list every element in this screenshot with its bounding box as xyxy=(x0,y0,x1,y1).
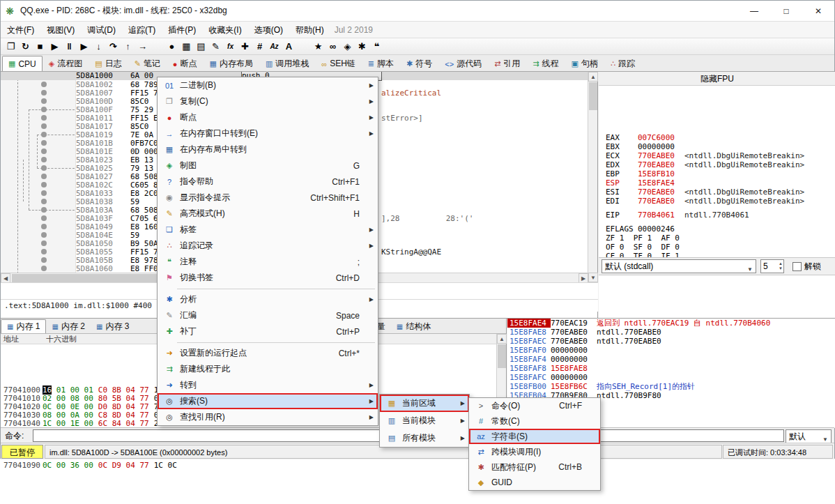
breakpoint-dot[interactable] xyxy=(41,257,47,263)
submenu-item[interactable]: >命令(O)Ctrl+F xyxy=(469,398,600,413)
view-tab[interactable]: ▦内存布局 xyxy=(204,56,259,71)
calling-convention-combo[interactable]: 默认 (stdcall)▼ xyxy=(602,259,756,273)
register-row[interactable]: EFLAGS00000246 xyxy=(606,224,835,234)
stack-row[interactable]: 15E8FB0015E8FB6C指向SEH_Record[1]的指针 xyxy=(507,382,835,391)
stack-row[interactable]: 15E8FAF815E8FAE8 xyxy=(507,364,835,373)
dump-tab[interactable]: ▦结构体 xyxy=(391,319,436,333)
submenu-item[interactable]: ⇄跨模块调用(I) xyxy=(469,444,600,459)
breakpoint-dot[interactable] xyxy=(41,199,47,204)
breakpoint-dot[interactable] xyxy=(41,240,47,246)
view-tab[interactable]: ⇉线程 xyxy=(526,56,565,71)
breakpoint-dot[interactable] xyxy=(41,215,47,221)
submenu-item[interactable]: ▤所有模块▶ xyxy=(380,429,469,447)
context-menu-item[interactable]: ❐复制(C)▶ xyxy=(158,93,378,109)
breakpoint-dot[interactable] xyxy=(41,148,47,154)
submenu-item[interactable]: az字符串(S) xyxy=(469,429,600,444)
register-row[interactable]: ECX770EABE0<ntdll.DbgUiRemoteBreakin> xyxy=(606,151,835,160)
register-row[interactable]: ESP15E8FAE4 xyxy=(606,178,835,188)
breakpoint-dot[interactable] xyxy=(41,224,47,229)
register-row[interactable] xyxy=(606,220,835,224)
view-tab[interactable]: ✎笔记 xyxy=(128,56,167,71)
dump-tab[interactable]: ▦内存 2 xyxy=(46,319,90,333)
register-row[interactable]: OF 0 SF 0 DF 0 xyxy=(606,243,835,252)
view-tab[interactable]: <>源代码 xyxy=(438,56,488,71)
breakpoint-dot[interactable] xyxy=(41,123,47,129)
context-menu-item[interactable]: ✚补丁Ctrl+P xyxy=(158,323,378,339)
breakpoint-dot[interactable] xyxy=(41,207,47,213)
context-menu-item[interactable]: ●断点▶ xyxy=(158,109,378,125)
stack-row[interactable]: 15E8FAE8770EABE0ntdll.770EABE0 xyxy=(507,328,835,337)
scroll-right-icon[interactable]: ▶ xyxy=(579,273,588,283)
scroll-down-icon[interactable]: ▼ xyxy=(588,273,598,282)
menubar-item[interactable]: 视图(V) xyxy=(40,22,81,38)
stack-row[interactable]: 15E8FAEC770EABE0ntdll.770EABE0 xyxy=(507,337,835,346)
view-tab[interactable]: ⇄引用 xyxy=(488,56,526,71)
context-menu-item[interactable] xyxy=(158,339,378,345)
menubar-item[interactable]: 追踪(T) xyxy=(122,22,162,38)
breakpoint-dot[interactable] xyxy=(41,157,47,162)
breakpoint-dot[interactable] xyxy=(41,115,47,121)
context-menu-item[interactable]: ✱分析▶ xyxy=(158,291,378,307)
hide-fpu-button[interactable]: 隐藏FPU xyxy=(599,72,835,86)
register-row[interactable]: EAX007C6000 xyxy=(606,133,835,142)
scrollbar-thumb[interactable] xyxy=(498,344,506,368)
context-menu-item[interactable]: ◎查找引用(R)▶ xyxy=(158,409,378,425)
breakpoint-dot[interactable] xyxy=(41,98,47,104)
view-tab[interactable]: ●断点 xyxy=(167,56,204,71)
dump-row[interactable]: 770410900C 00 36 000C D9 04 771C 0C xyxy=(1,461,506,470)
argument-count-spinner[interactable]: 5▲▼ xyxy=(760,259,784,273)
menubar-item[interactable]: 插件(P) xyxy=(162,22,202,38)
menubar-item[interactable]: 文件(F) xyxy=(1,22,40,38)
scrollbar-thumb[interactable] xyxy=(589,82,597,110)
context-menu-item[interactable]: →在内存窗口中转到(E)▶ xyxy=(158,125,378,142)
view-tab[interactable]: ▦CPU xyxy=(2,56,43,71)
context-menu-item[interactable]: ?指令帮助Ctrl+F1 xyxy=(158,174,378,190)
context-menu-item[interactable]: ➜设置新的运行起点Ctrl+* xyxy=(158,345,378,361)
register-row[interactable]: ZF 1 PF 1 AF 0 xyxy=(606,234,835,243)
context-menu-item[interactable]: ▦在内存布局中转到 xyxy=(158,142,378,158)
breakpoint-dot[interactable] xyxy=(41,182,47,188)
breakpoint-dot[interactable] xyxy=(41,140,47,146)
breakpoint-dot[interactable] xyxy=(41,82,47,87)
breakpoint-dot[interactable] xyxy=(41,249,47,254)
menubar-item[interactable]: 调试(D) xyxy=(81,22,122,38)
context-menu-item[interactable]: ∴追踪记录▶ xyxy=(158,238,378,254)
context-menu-item[interactable]: ❝注释; xyxy=(158,254,378,270)
stack-row[interactable]: 15E8FAE4770EAC19返回到 ntdll.770EAC19 自 ntd… xyxy=(507,319,835,328)
spin-down-icon[interactable]: ▼ xyxy=(779,266,783,272)
view-tab[interactable]: ✱符号 xyxy=(400,56,438,71)
command-combo[interactable]: 默认▼ xyxy=(786,429,832,443)
view-tab[interactable]: ▣句柄 xyxy=(565,56,604,71)
register-row[interactable]: EIP770B4061ntdll.770B4061 xyxy=(606,211,835,220)
breakpoint-dot[interactable] xyxy=(41,174,47,179)
close-button[interactable]: ✕ xyxy=(802,1,834,22)
context-menu-item[interactable]: ⇉新建线程于此 xyxy=(158,361,378,377)
scroll-up-icon[interactable]: ▲ xyxy=(588,72,598,82)
context-menu-item[interactable]: ◉显示指令提示Ctrl+Shift+F1 xyxy=(158,190,378,206)
context-menu-item[interactable]: ⚑切换书签Ctrl+D xyxy=(158,270,378,286)
register-list[interactable]: EAX007C6000EBX00000000ECX770EABE0<ntdll.… xyxy=(599,86,835,257)
stack-row[interactable]: 15E8FAF400000000 xyxy=(507,355,835,364)
view-tab[interactable]: ◈流程图 xyxy=(43,56,89,71)
register-row[interactable] xyxy=(606,206,835,211)
breakpoint-dot[interactable] xyxy=(41,165,47,171)
breakpoint-dot[interactable] xyxy=(41,132,47,137)
dump-tab[interactable]: ▦内存 3 xyxy=(91,319,135,333)
breakpoint-dot[interactable] xyxy=(41,232,47,238)
maximize-button[interactable]: □ xyxy=(770,1,802,22)
registers-panel[interactable]: 隐藏FPU EAX007C6000EBX00000000ECX770EABE0<… xyxy=(599,72,835,318)
stack-row[interactable]: 15E8FAFC00000000 xyxy=(507,373,835,382)
breakpoint-dot[interactable] xyxy=(41,190,47,196)
submenu-item[interactable]: ▥当前模块▶ xyxy=(380,412,469,429)
disassembly-vscrollbar[interactable]: ▲ ▼ xyxy=(588,72,597,282)
context-menu-item[interactable]: ✎高亮模式(H)H xyxy=(158,206,378,222)
register-row[interactable]: CF 0 TF 0 IF 1 xyxy=(606,252,835,257)
breakpoint-dot[interactable] xyxy=(41,266,47,271)
menubar-item[interactable]: 帮助(H) xyxy=(289,22,330,38)
scroll-up-icon[interactable]: ▲ xyxy=(497,334,507,344)
view-tab[interactable]: ▥调用堆栈 xyxy=(259,56,315,71)
submenu-item[interactable]: ▦当前区域▶ xyxy=(380,395,469,412)
context-menu-item[interactable] xyxy=(158,286,378,291)
minimize-button[interactable]: — xyxy=(738,1,770,22)
breakpoint-dot[interactable] xyxy=(41,90,47,96)
